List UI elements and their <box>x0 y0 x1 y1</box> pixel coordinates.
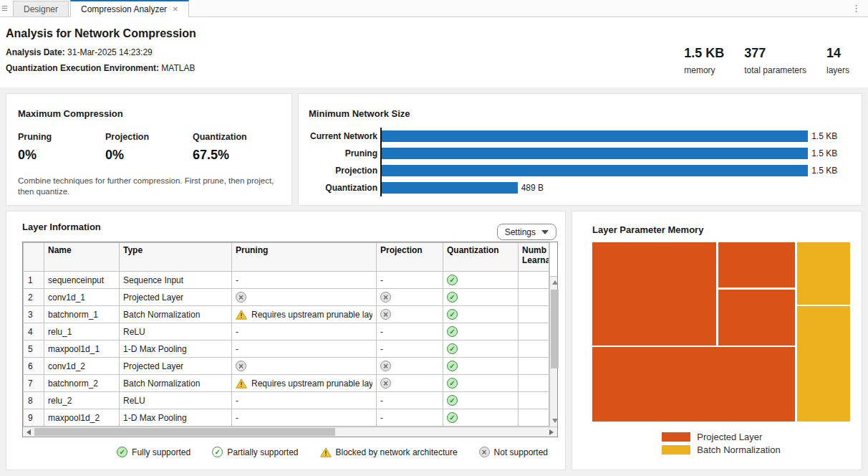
cell-pruning: - <box>232 341 377 358</box>
panel-title: Layer Information <box>22 222 556 232</box>
metric-label: Quantization <box>193 132 280 142</box>
field-label: Analysis Date: <box>6 47 65 57</box>
cell-type: ReLU <box>120 392 232 409</box>
column-header[interactable] <box>24 243 44 272</box>
cell-projection: × <box>377 358 443 375</box>
metric-quantization: Quantization 67.5% <box>193 132 280 163</box>
cell-projection: × <box>377 375 443 392</box>
not-supported-icon: × <box>380 309 391 320</box>
dash-text: - <box>236 413 238 423</box>
table-row[interactable]: 3batchnorm_1Batch NormalizationRequires … <box>24 306 549 323</box>
legend-label: Fully supported <box>132 447 191 457</box>
cell-learnables <box>519 341 549 358</box>
layer-table: NameTypePruningProjectionQuantizationNum… <box>23 242 549 427</box>
column-header[interactable]: Pruning <box>232 243 377 272</box>
treemap-tile-projected[interactable] <box>718 290 795 346</box>
layer-information-panel: Layer Information Settings NameTypePruni… <box>6 211 566 470</box>
table-row[interactable]: 2conv1d_1Projected Layer××✓ <box>24 289 549 306</box>
stat-value: 377 <box>744 46 806 61</box>
stat-label: memory <box>684 65 724 75</box>
treemap-legend: Projected LayerBatch Normalization <box>662 432 780 455</box>
fully-supported-icon: ✓ <box>447 361 458 371</box>
dash-text: - <box>380 413 383 423</box>
tab-designer[interactable]: Designer <box>13 1 69 16</box>
cell-projection: × <box>377 289 443 306</box>
table-header-row: NameTypePruningProjectionQuantizationNum… <box>24 243 549 272</box>
column-header[interactable]: Projection <box>377 243 443 272</box>
cell-type: Sequence Input <box>120 272 232 289</box>
table-row[interactable]: 4relu_1ReLU--✓ <box>24 323 549 341</box>
cell-pruning: - <box>232 392 377 409</box>
bar-value-label: 1.5 KB <box>811 166 837 176</box>
treemap-tile-projected[interactable] <box>592 347 795 422</box>
cell-learnables <box>519 392 549 409</box>
tab-label: Compression Analyzer <box>81 4 167 14</box>
dash-text: - <box>236 327 238 337</box>
overflow-menu-icon[interactable]: ⋮ <box>852 3 861 14</box>
table-row[interactable]: 1sequenceinputSequence Input--✓ <box>24 272 549 289</box>
cell-pruning: - <box>232 323 377 341</box>
column-header[interactable]: Numb Learna <box>519 243 549 272</box>
horizontal-scrollbar-thumb[interactable] <box>34 428 335 436</box>
bar <box>382 165 808 176</box>
stat-memory: 1.5 KB memory <box>684 46 724 75</box>
stat-label: total parameters <box>744 65 806 75</box>
bar-category-label: Pruning <box>309 145 380 162</box>
table-row[interactable]: 5maxpool1d_11-D Max Pooling--✓ <box>24 341 549 358</box>
treemap-tile-projected[interactable] <box>718 242 795 287</box>
vertical-scrollbar-track[interactable] <box>550 277 557 427</box>
table-row[interactable]: 7batchnorm_2Batch NormalizationRequires … <box>24 375 549 392</box>
warning-icon <box>236 379 247 389</box>
not-supported-icon: × <box>479 447 490 457</box>
cell-quantization: ✓ <box>443 341 519 358</box>
layer-parameter-memory-panel: Layer Parameter Memory Projected LayerBa… <box>572 211 862 470</box>
column-header[interactable]: Quantization <box>443 243 519 272</box>
column-header[interactable]: Name <box>44 243 120 272</box>
cell-quantization: ✓ <box>443 272 519 289</box>
bar-category-label: Current Network <box>309 128 380 145</box>
scroll-down-icon[interactable] <box>552 419 558 423</box>
cell-name: maxpool1d_1 <box>44 341 120 358</box>
row-number: 7 <box>24 375 44 392</box>
bar-row: 1.5 KB <box>382 145 850 162</box>
fully-supported-icon: ✓ <box>447 343 458 354</box>
table-row[interactable]: 8relu_2ReLU--✓ <box>24 392 549 409</box>
cell-name: relu_2 <box>44 392 120 409</box>
treemap-tile-batchnorm[interactable] <box>797 242 850 305</box>
scroll-left-icon[interactable] <box>26 429 31 435</box>
warning-icon <box>320 447 332 457</box>
cell-name: relu_1 <box>44 323 120 341</box>
fully-supported-icon: ✓ <box>447 292 458 303</box>
pruning-message: Requires upstream prunable laye <box>251 310 372 320</box>
cell-projection: - <box>377 392 443 409</box>
vertical-scrollbar[interactable] <box>549 242 557 427</box>
scroll-up-icon[interactable] <box>552 280 558 285</box>
bar <box>382 130 808 142</box>
table-row[interactable]: 9maxpool1d_21-D Max Pooling--✓ <box>24 409 549 427</box>
settings-button[interactable]: Settings <box>497 224 556 240</box>
cell-quantization: ✓ <box>443 289 519 306</box>
cell-pruning: Requires upstream prunable laye <box>232 375 377 392</box>
legend-item: ✓Partially supported <box>212 447 298 457</box>
column-header[interactable]: Type <box>120 243 232 272</box>
metric-projection: Projection 0% <box>105 132 193 163</box>
table-row[interactable]: 6conv1d_2Projected Layer××✓ <box>24 358 549 375</box>
min-size-bar-chart: Current NetworkPruningProjectionQuantiza… <box>309 128 850 196</box>
tab-compression-analyzer[interactable]: Compression Analyzer × <box>70 0 189 17</box>
treemap-tile-projected[interactable] <box>592 242 716 346</box>
fully-supported-icon: ✓ <box>447 378 458 389</box>
page-title: Analysis for Network Compression <box>6 27 868 40</box>
treemap-tile-batchnorm[interactable] <box>797 306 850 422</box>
cell-projection: × <box>377 306 443 323</box>
panel-grip-icon[interactable] <box>0 0 10 16</box>
cell-learnables <box>519 289 549 306</box>
cell-pruning: - <box>232 409 377 427</box>
bar-value-label: 1.5 KB <box>811 148 837 158</box>
horizontal-scrollbar[interactable] <box>23 427 557 437</box>
stat-value: 1.5 KB <box>684 46 724 61</box>
scroll-right-icon[interactable] <box>549 429 554 435</box>
close-icon[interactable]: × <box>173 4 178 14</box>
vertical-scrollbar-thumb[interactable] <box>551 290 559 368</box>
legend-item: ×Not supported <box>479 447 548 457</box>
stat-label: layers <box>826 65 849 75</box>
